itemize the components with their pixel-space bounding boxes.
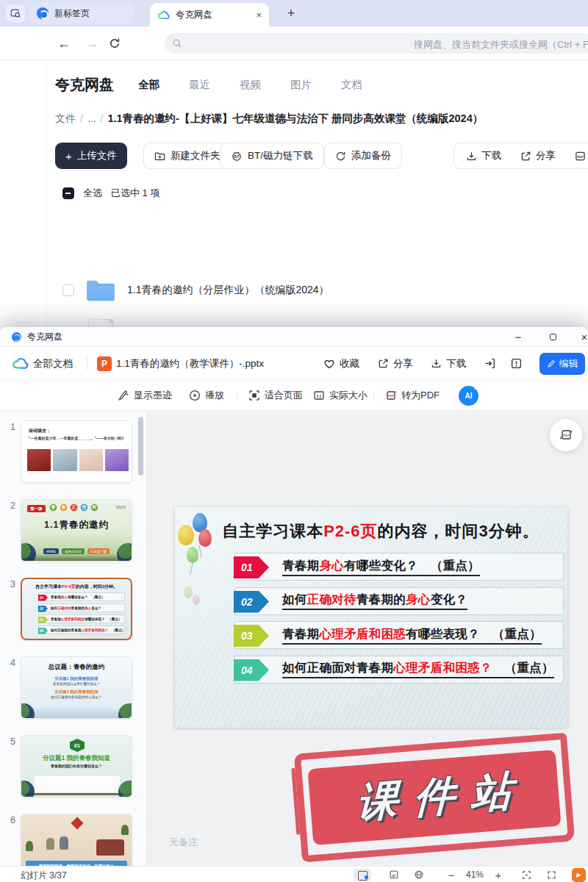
tab-search-button[interactable] xyxy=(6,4,25,22)
file-row-folder[interactable]: 1.1青春的邀约（分层作业）（统编版2024） xyxy=(0,268,588,312)
breadcrumb-current: 1.1青春的邀约-【上好课】七年级道德与法治下 册同步高效课堂（统编版2024） xyxy=(107,112,483,124)
new-tab-button[interactable]: + xyxy=(281,3,301,24)
theme-circle: 当 xyxy=(80,503,88,512)
ai-assistant-button[interactable]: AI xyxy=(459,386,478,406)
save-to-drive-button[interactable] xyxy=(484,347,496,380)
thumb-number: 2 xyxy=(10,501,15,511)
actual-size-icon: 1:1 xyxy=(313,390,325,401)
translate-button[interactable] xyxy=(410,867,428,882)
download-button[interactable]: 下载 xyxy=(466,149,501,162)
slide-thumbnail-6[interactable]: 寒假刚刚结束，春节回来的你，有变化吗？ xyxy=(21,814,132,866)
search-input[interactable]: 搜网盘、搜当前文件夹或搜全网（Ctrl + F） xyxy=(165,33,588,54)
slide-thumbnail-4[interactable]: 总议题：青春的邀约 分议题1 我的青春我知道 青春期的我们会发生哪些变化？ 分议… xyxy=(21,656,132,719)
forward-icon: → xyxy=(85,35,98,51)
svg-text:PDF: PDF xyxy=(388,394,395,398)
thumb-number: 1 xyxy=(10,422,15,432)
share-button[interactable]: 分享 xyxy=(520,149,556,162)
row-number-badge: 04 xyxy=(234,659,269,681)
browser-tab-quark-drive[interactable]: 夸克网盘 × xyxy=(150,3,269,26)
add-backup-button[interactable]: 添加备份 xyxy=(324,143,402,169)
tab-close-icon[interactable]: × xyxy=(256,10,262,20)
upload-button[interactable]: + 上传文件 xyxy=(55,143,127,169)
fullscreen-button[interactable] xyxy=(542,867,560,882)
play-button[interactable]: 播放 xyxy=(189,380,224,411)
open-file-title: P 1.1青春的邀约（教学课件）-.pptx xyxy=(97,347,264,380)
row-checkbox[interactable] xyxy=(62,284,74,296)
refresh-icon[interactable] xyxy=(109,37,121,49)
thumbnail-scrollbar[interactable] xyxy=(138,417,143,476)
favorite-button[interactable]: 收藏 xyxy=(323,347,359,380)
thumb-number: 6 xyxy=(10,815,15,825)
fit-screen-button[interactable] xyxy=(517,867,535,882)
transfer-icon xyxy=(484,357,496,370)
minimize-button[interactable]: − xyxy=(507,327,529,347)
close-button[interactable]: × xyxy=(573,327,588,347)
slide-thumbnail-3-selected[interactable]: 自主学习课本P2-6页的内容，时间3分钟。 01青春期身心有哪些变化？ （重点）… xyxy=(21,578,132,640)
slide-question-row: 01青春期身心有哪些变化？ （重点） xyxy=(234,553,564,581)
annotation-panel-button[interactable] xyxy=(351,867,373,882)
viewer-content: 1 诗词填空： “一生最好是少年，一年最好是______。”——李大钊《时》 2… xyxy=(0,411,588,866)
bt-download-button[interactable]: BT BT/磁力链下载 xyxy=(220,143,324,169)
tab-all[interactable]: 全部 xyxy=(138,78,159,92)
zoom-out-button[interactable]: − xyxy=(444,867,459,882)
new-folder-button[interactable]: 新建文件夹 xyxy=(143,143,232,169)
slide-thumbnail-panel: 1 诗词填空： “一生最好是少年，一年最好是______。”——李大钊《时》 2… xyxy=(0,411,147,866)
actual-size-button[interactable]: 1:1 实际大小 xyxy=(313,380,368,411)
tab-doc[interactable]: 文档 xyxy=(341,78,362,92)
fit-frame-icon xyxy=(522,870,531,880)
breadcrumb-ellipsis[interactable]: ... xyxy=(87,112,96,124)
edition-chip: 七年级下册 xyxy=(87,548,110,554)
viewer-header: 全部文档 P 1.1青春的邀约（教学课件）-.pptx 收藏 分享 xyxy=(0,347,588,380)
edit-button[interactable]: 编辑 xyxy=(539,353,585,375)
zoom-in-button[interactable]: + xyxy=(491,867,506,882)
back-icon[interactable]: ← xyxy=(57,35,71,51)
slide-counter: 幻灯片 3/37 xyxy=(21,870,67,882)
sofa-art xyxy=(96,839,124,856)
maximize-button[interactable] xyxy=(542,327,564,347)
show-ink-button[interactable]: 显示墨迹 xyxy=(118,380,172,411)
file-row-word[interactable]: W 1.1青春的邀约（导学案）（统编版2024）.docx xyxy=(0,312,588,327)
ppt-chip-icon: P xyxy=(97,356,112,371)
row-question-text: 如何正确面对青春期心理矛盾和困惑？ （重点） xyxy=(282,660,554,678)
download-button[interactable]: 下载 xyxy=(431,347,466,380)
present-button[interactable]: ▶ xyxy=(569,867,588,882)
divider xyxy=(237,390,237,401)
slide-thumbnail-2[interactable]: 第一课 青春正当时 2025 1.1青春的邀约 统编版道德与法治七年级下册 xyxy=(21,499,132,562)
knot-art xyxy=(71,817,84,830)
svg-text:PDF: PDF xyxy=(563,434,570,437)
app-logo-icon xyxy=(12,332,21,342)
window-title-bar[interactable]: 夸克网盘 − × xyxy=(0,327,588,347)
tab-image[interactable]: 图片 xyxy=(290,78,312,92)
feedback-button[interactable] xyxy=(510,347,523,380)
slide-thumbnail-5[interactable]: 01 分议题1 我的青春我知道 青春期的我们会发生哪些变化？ xyxy=(21,735,132,797)
select-all-label[interactable]: 全选 xyxy=(83,187,102,200)
slide-question-row: 02如何正确对待青春期的身心变化？ xyxy=(234,587,564,615)
breadcrumb-root[interactable]: 文件 xyxy=(55,112,76,124)
floating-pdf-convert-button[interactable]: PDF xyxy=(550,419,582,451)
tab-video[interactable]: 视频 xyxy=(240,78,261,92)
to-pdf-button[interactable]: PDF 转为PDF xyxy=(385,380,440,411)
share-button[interactable]: 分享 xyxy=(378,347,413,380)
fit-page-button[interactable]: 适合页面 xyxy=(248,380,303,411)
notes-button[interactable] xyxy=(385,867,403,882)
ink-pen-icon xyxy=(118,390,129,401)
row-number-badge: 02 xyxy=(234,591,269,613)
tab-recent[interactable]: 最近 xyxy=(189,78,210,92)
tab-label: 新标签页 xyxy=(54,7,90,20)
drive-action-row: + 上传文件 新建文件夹 BT BT/磁力链下载 添加备份 xyxy=(0,143,588,169)
theme-circle: 春 xyxy=(60,503,68,512)
convert-pdf-button[interactable]: PDF 转为PDF xyxy=(575,149,588,162)
balloon-art xyxy=(184,587,193,598)
share-icon xyxy=(520,151,531,162)
browser-tab-newtab[interactable]: 新标签页 xyxy=(29,3,134,24)
page-title: 夸克网盘 xyxy=(55,75,114,95)
select-all-checkbox[interactable] xyxy=(62,187,74,199)
viewer-window: 夸克网盘 − × 全部文档 P 1.1青春的邀约（教学课件）-.pptx 收 xyxy=(0,327,588,882)
thumb1-photos xyxy=(27,449,129,471)
slide-thumbnail-1[interactable]: 诗词填空： “一生最好是少年，一年最好是______。”——李大钊《时》 xyxy=(21,420,132,483)
no-notes-label: 无备注 xyxy=(169,836,198,849)
theme-circle: 正 xyxy=(70,503,78,512)
back-to-docs-button[interactable]: 全部文档 xyxy=(12,347,73,380)
breadcrumb: 文件/.../1.1青春的邀约-【上好课】七年级道德与法治下 册同步高效课堂（统… xyxy=(55,112,584,126)
tab-search-icon xyxy=(10,8,21,18)
